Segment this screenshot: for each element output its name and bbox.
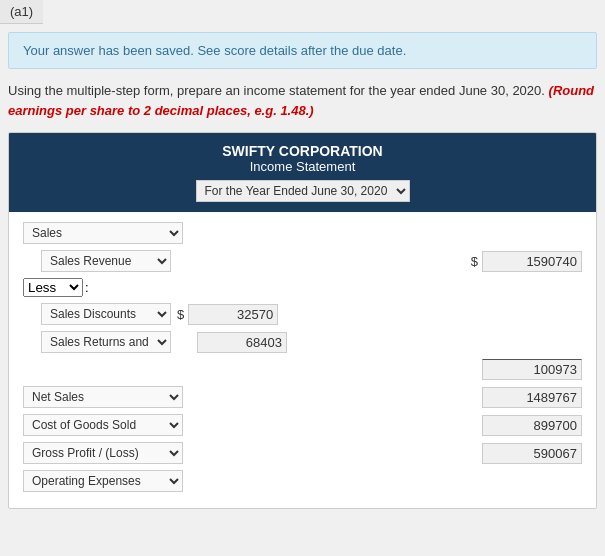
gross-profit-select[interactable]: Gross Profit / (Loss) (23, 442, 183, 464)
net-sales-select[interactable]: Net Sales (23, 386, 183, 408)
sales-revenue-input[interactable] (482, 251, 582, 272)
instructions-main: Using the multiple-step form, prepare an… (8, 83, 545, 98)
statement-type: Income Statement (19, 159, 586, 174)
operating-expenses-select[interactable]: Operating Expenses (23, 470, 183, 492)
operating-expenses-row: Operating Expenses (23, 470, 582, 492)
sales-discounts-input[interactable] (188, 304, 278, 325)
less-select[interactable]: Less (23, 278, 83, 297)
sales-category-row: Sales (23, 222, 582, 244)
sales-returns-row: Sales Returns and Allowances (41, 331, 582, 353)
colon: : (85, 280, 89, 295)
cogs-select[interactable]: Cost of Goods Sold (23, 414, 183, 436)
cogs-input[interactable] (482, 415, 582, 436)
dollar-sign-revenue: $ (471, 254, 478, 269)
instructions: Using the multiple-step form, prepare an… (8, 81, 597, 120)
company-name: SWIFTY CORPORATION (19, 143, 586, 159)
card-body: Sales Sales Revenue $ Less : (9, 212, 596, 508)
gross-profit-row: Gross Profit / (Loss) (23, 442, 582, 464)
subtotal-row (23, 359, 582, 380)
sales-category-select[interactable]: Sales (23, 222, 183, 244)
income-statement-card: SWIFTY CORPORATION Income Statement For … (8, 132, 597, 509)
sales-discounts-select[interactable]: Sales Discounts (41, 303, 171, 325)
sales-revenue-select[interactable]: Sales Revenue (41, 250, 171, 272)
less-row: Less : (23, 278, 582, 297)
tab-label[interactable]: (a1) (0, 0, 43, 24)
dollar-sign-discounts: $ (177, 307, 184, 322)
sales-returns-input[interactable] (197, 332, 287, 353)
saved-banner: Your answer has been saved. See score de… (8, 32, 597, 69)
gross-profit-input[interactable] (482, 443, 582, 464)
sales-returns-select[interactable]: Sales Returns and Allowances (41, 331, 171, 353)
subtotal-input[interactable] (482, 359, 582, 380)
cogs-row: Cost of Goods Sold (23, 414, 582, 436)
net-sales-row: Net Sales (23, 386, 582, 408)
period-select[interactable]: For the Year Ended June 30, 2020 (196, 180, 410, 202)
sales-revenue-row: Sales Revenue $ (23, 250, 582, 272)
card-header: SWIFTY CORPORATION Income Statement For … (9, 133, 596, 212)
sales-discounts-row: Sales Discounts $ (41, 303, 582, 325)
net-sales-input[interactable] (482, 387, 582, 408)
